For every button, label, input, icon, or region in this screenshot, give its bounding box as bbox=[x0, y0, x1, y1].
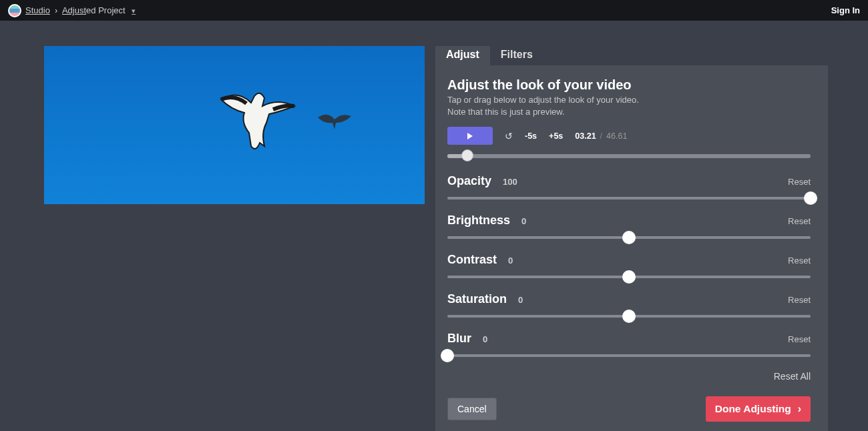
panel-title: Adjust the look of your video bbox=[447, 77, 811, 93]
tab-adjust[interactable]: Adjust bbox=[435, 46, 490, 65]
slider-thumb[interactable] bbox=[441, 349, 454, 362]
time-current: 03.21 bbox=[575, 131, 596, 141]
slider-value: 0 bbox=[521, 216, 526, 226]
panel-subtitle: Tap or drag below to adjust the look of … bbox=[447, 94, 811, 117]
skip-back-button[interactable]: -5s bbox=[525, 131, 537, 141]
slider-opacity: Opacity 100Reset bbox=[447, 174, 811, 203]
done-adjusting-button[interactable]: Done Adjusting › bbox=[706, 396, 811, 422]
topbar-left: Studio › Adjusted Project ▾ bbox=[8, 4, 136, 17]
timeline-track bbox=[447, 154, 811, 158]
rewind-icon[interactable]: ↺ bbox=[505, 131, 513, 141]
timeline-slider[interactable] bbox=[447, 151, 811, 159]
bird-graphic-1 bbox=[214, 86, 301, 159]
tab-filters[interactable]: Filters bbox=[490, 46, 544, 65]
breadcrumb[interactable]: Studio › Adjusted Project ▾ bbox=[25, 5, 136, 15]
slider-value: 0 bbox=[508, 256, 513, 266]
breadcrumb-adjust[interactable]: Adjust bbox=[62, 5, 86, 15]
breadcrumb-studio[interactable]: Studio bbox=[25, 5, 50, 15]
slider-label: Blur bbox=[447, 332, 471, 345]
slider-reset-link[interactable]: Reset bbox=[788, 177, 811, 187]
reset-all-link[interactable]: Reset All bbox=[447, 371, 811, 382]
slider-thumb[interactable] bbox=[804, 191, 817, 205]
topbar: Studio › Adjusted Project ▾ Sign In bbox=[0, 0, 868, 21]
slider-track[interactable] bbox=[447, 312, 811, 321]
slider-value: 0 bbox=[518, 295, 523, 305]
tabs: Adjust Filters bbox=[435, 46, 828, 65]
cancel-button[interactable]: Cancel bbox=[447, 398, 497, 420]
slider-thumb[interactable] bbox=[622, 231, 636, 244]
slider-reset-link[interactable]: Reset bbox=[788, 256, 811, 266]
time-separator: / bbox=[600, 131, 602, 141]
slider-label: Brightness bbox=[447, 213, 510, 227]
footer-row: Cancel Done Adjusting › bbox=[447, 396, 811, 422]
slider-track[interactable] bbox=[447, 233, 811, 242]
slider-contrast: Contrast 0Reset bbox=[447, 253, 811, 282]
slider-blur: Blur 0Reset bbox=[447, 332, 811, 360]
slider-reset-link[interactable]: Reset bbox=[788, 216, 811, 226]
slider-brightness: Brightness 0Reset bbox=[447, 213, 811, 242]
bird-graphic-2 bbox=[314, 109, 355, 133]
project-suffix: ed Project bbox=[86, 5, 126, 15]
slider-label: Opacity bbox=[447, 174, 491, 187]
slider-reset-link[interactable]: Reset bbox=[788, 334, 811, 344]
time-total: 46.61 bbox=[606, 131, 627, 141]
sign-in-link[interactable]: Sign In bbox=[831, 5, 860, 15]
logo-icon[interactable] bbox=[8, 4, 21, 17]
slider-value: 100 bbox=[503, 177, 517, 187]
slider-track[interactable] bbox=[447, 272, 811, 282]
panel-body: Adjust the look of your video Tap or dra… bbox=[435, 65, 828, 431]
done-label: Done Adjusting bbox=[715, 403, 791, 415]
slider-thumb[interactable] bbox=[622, 270, 636, 284]
main: Adjust Filters Adjust the look of your v… bbox=[0, 21, 868, 431]
slider-track[interactable] bbox=[447, 351, 811, 360]
play-icon bbox=[467, 133, 473, 139]
slider-thumb[interactable] bbox=[622, 310, 636, 323]
video-preview[interactable] bbox=[44, 46, 425, 204]
slider-track[interactable] bbox=[447, 193, 811, 203]
timeline-thumb[interactable] bbox=[461, 149, 473, 161]
chevron-right-icon: › bbox=[798, 403, 801, 415]
chevron-down-icon[interactable]: ▾ bbox=[132, 7, 136, 15]
playback-controls: ↺ -5s +5s 03.21 / 46.61 bbox=[447, 127, 811, 145]
slider-label: Contrast bbox=[447, 253, 497, 266]
slider-value: 0 bbox=[483, 334, 487, 344]
slider-reset-link[interactable]: Reset bbox=[788, 295, 811, 305]
skip-forward-button[interactable]: +5s bbox=[549, 131, 563, 141]
adjust-panel: Adjust Filters Adjust the look of your v… bbox=[435, 46, 828, 431]
slider-label: Saturation bbox=[447, 292, 507, 306]
play-button[interactable] bbox=[447, 127, 493, 145]
slider-saturation: Saturation 0Reset bbox=[447, 292, 811, 321]
